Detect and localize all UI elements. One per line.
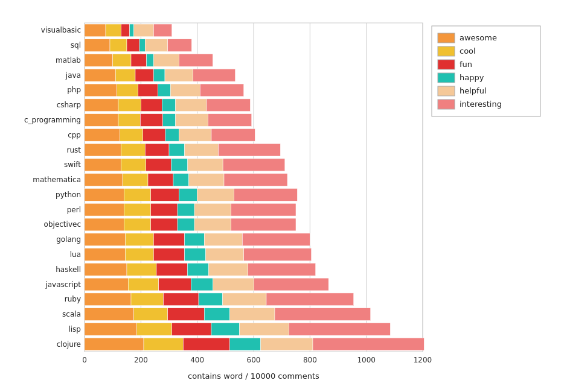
svg-rect-48	[170, 84, 200, 96]
svg-rect-49	[200, 84, 243, 96]
svg-rect-58	[85, 113, 118, 126]
svg-rect-168	[313, 338, 424, 350]
svg-rect-140	[254, 278, 328, 291]
svg-rect-158	[171, 323, 211, 335]
svg-rect-146	[222, 292, 266, 305]
svg-rect-84	[223, 158, 285, 171]
svg-text:1000: 1000	[357, 356, 376, 364]
svg-rect-112	[231, 218, 295, 231]
svg-rect-44	[85, 84, 117, 96]
svg-rect-33	[146, 54, 153, 66]
svg-rect-135	[85, 278, 128, 291]
svg-text:400: 400	[190, 356, 204, 364]
svg-rect-133	[248, 263, 315, 276]
svg-rect-39	[135, 69, 153, 81]
svg-text:java: java	[65, 71, 80, 79]
svg-rect-46	[138, 84, 158, 96]
svg-rect-161	[289, 323, 390, 335]
svg-rect-40	[153, 69, 165, 81]
svg-rect-59	[118, 113, 140, 126]
svg-text:mathematica: mathematica	[33, 175, 81, 184]
svg-text:interesting: interesting	[460, 100, 502, 109]
svg-rect-35	[179, 54, 213, 66]
svg-text:php: php	[67, 86, 81, 94]
svg-rect-143	[131, 292, 164, 305]
svg-rect-145	[199, 292, 223, 305]
svg-rect-27	[145, 39, 167, 51]
svg-rect-139	[213, 278, 254, 291]
svg-rect-126	[243, 248, 311, 261]
svg-text:cpp: cpp	[68, 130, 81, 139]
svg-rect-160	[239, 323, 289, 335]
svg-rect-60	[140, 113, 162, 126]
svg-rect-103	[178, 203, 194, 216]
svg-text:clojure: clojure	[56, 340, 80, 348]
svg-rect-51	[85, 98, 118, 111]
svg-rect-79	[85, 158, 121, 171]
svg-rect-18	[121, 24, 129, 37]
svg-rect-102	[150, 203, 177, 216]
svg-rect-31	[112, 54, 130, 66]
svg-rect-125	[205, 248, 243, 261]
svg-rect-45	[117, 84, 138, 96]
svg-rect-96	[179, 188, 197, 201]
svg-text:golang: golang	[56, 235, 81, 244]
svg-text:fun: fun	[460, 60, 472, 69]
svg-rect-21	[153, 24, 171, 37]
svg-rect-76	[184, 144, 218, 156]
svg-rect-73	[121, 144, 145, 156]
svg-rect-151	[167, 308, 204, 320]
svg-text:javascript: javascript	[45, 280, 81, 288]
svg-rect-42	[193, 69, 235, 81]
svg-text:visualbasic: visualbasic	[40, 26, 80, 34]
svg-rect-163	[85, 338, 144, 350]
svg-rect-93	[85, 188, 124, 201]
svg-rect-150	[133, 308, 167, 320]
svg-rect-91	[224, 173, 287, 186]
svg-rect-75	[169, 144, 185, 156]
svg-rect-65	[85, 128, 120, 141]
svg-rect-86	[85, 173, 123, 186]
svg-rect-53	[141, 98, 162, 111]
svg-rect-38	[115, 69, 135, 81]
svg-rect-30	[85, 54, 113, 66]
svg-rect-121	[85, 248, 126, 261]
svg-text:lua: lua	[69, 250, 80, 258]
svg-rect-142	[85, 292, 131, 305]
svg-rect-147	[266, 292, 354, 305]
svg-rect-165	[183, 338, 229, 350]
svg-text:helpful: helpful	[460, 86, 487, 95]
svg-text:sql: sql	[70, 41, 80, 49]
svg-rect-81	[146, 158, 171, 171]
svg-text:1200: 1200	[413, 356, 432, 364]
svg-text:0: 0	[82, 356, 87, 364]
svg-text:swift: swift	[63, 160, 80, 169]
svg-rect-52	[118, 98, 141, 111]
svg-rect-90	[188, 173, 223, 186]
svg-rect-16	[85, 24, 106, 37]
svg-rect-108	[124, 218, 150, 231]
svg-rect-82	[171, 158, 187, 171]
svg-text:ruby: ruby	[64, 295, 80, 303]
svg-rect-123	[153, 248, 184, 261]
svg-rect-177	[438, 73, 455, 83]
svg-rect-129	[127, 263, 156, 276]
svg-text:600: 600	[246, 356, 260, 364]
svg-rect-54	[162, 98, 175, 111]
svg-rect-100	[85, 203, 124, 216]
svg-rect-101	[124, 203, 150, 216]
svg-text:contains word / 10000 comments: contains word / 10000 comments	[188, 371, 319, 381]
svg-text:haskell: haskell	[56, 265, 81, 273]
svg-rect-80	[121, 158, 146, 171]
svg-rect-72	[85, 144, 121, 156]
svg-rect-37	[85, 69, 115, 81]
svg-rect-115	[125, 233, 153, 245]
svg-text:lisp: lisp	[68, 324, 81, 333]
svg-rect-95	[150, 188, 179, 201]
svg-rect-69	[179, 128, 211, 141]
svg-rect-63	[208, 113, 251, 126]
svg-rect-167	[260, 338, 312, 350]
svg-rect-116	[153, 233, 184, 245]
svg-text:200: 200	[133, 356, 147, 364]
svg-rect-32	[131, 54, 147, 66]
